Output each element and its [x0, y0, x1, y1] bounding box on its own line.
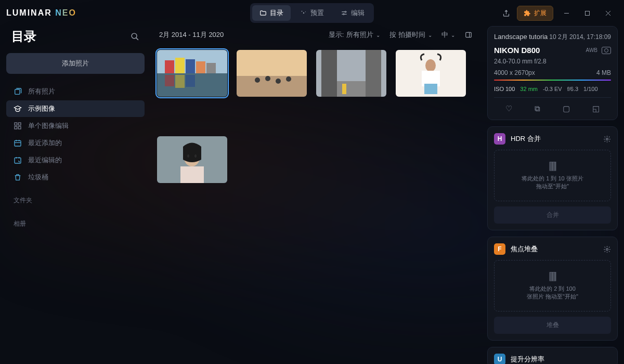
favorite-button[interactable]: ♡: [505, 104, 512, 113]
photo-thumbnail[interactable]: [157, 50, 227, 97]
folder-icon: [259, 9, 267, 17]
focal-length: 32 mm: [520, 86, 538, 92]
hdr-icon: H: [494, 133, 505, 145]
svg-point-42: [187, 154, 189, 158]
svg-rect-44: [180, 166, 204, 183]
maximize-icon: [584, 10, 590, 16]
nav-trash[interactable]: 垃圾桶: [6, 169, 145, 186]
svg-rect-35: [342, 84, 346, 94]
share-button[interactable]: [498, 5, 515, 21]
rotate-button[interactable]: ◱: [592, 104, 600, 113]
lens-info: 24.0-70.0 mm f/2.8: [494, 58, 611, 65]
images-icon: 🀫: [500, 161, 605, 172]
filename: Landscape tutoria: [494, 33, 548, 41]
svg-point-30: [286, 76, 291, 82]
tab-presets[interactable]: 预置: [293, 5, 331, 21]
svg-point-46: [606, 248, 608, 250]
svg-rect-8: [15, 123, 17, 125]
focus-stack-panel: F 焦点堆叠 🀫 将此处的 2 到 100 张照片 拖动至"开始" 堆叠: [487, 237, 618, 341]
svg-rect-20: [196, 61, 205, 73]
photo-thumbnail[interactable]: [396, 50, 466, 97]
nav-recent-added[interactable]: 最近添加的: [6, 135, 145, 151]
nav-all-photos[interactable]: 所有照片: [6, 83, 145, 100]
camera-model: NIKON D800: [494, 46, 540, 55]
graduation-icon: [14, 105, 22, 113]
minimize-button[interactable]: [557, 5, 576, 21]
photo-thumbnail[interactable]: [157, 136, 227, 183]
focus-icon: F: [494, 243, 505, 255]
svg-rect-19: [186, 59, 195, 73]
chevron-down-icon: ⌄: [428, 32, 432, 38]
svg-rect-39: [424, 84, 437, 94]
svg-point-1: [303, 12, 304, 14]
nav-sample-images[interactable]: 示例图像: [6, 100, 145, 117]
albums-section-label: 相册: [6, 209, 145, 232]
folders-section-label: 文件夹: [6, 186, 145, 209]
focus-stack-button[interactable]: 堆叠: [494, 317, 611, 334]
stack-icon: [14, 87, 22, 96]
images-icon: 🀫: [500, 271, 605, 282]
svg-rect-25: [237, 50, 307, 76]
svg-rect-24: [186, 75, 195, 87]
histogram-bar: [494, 80, 611, 81]
svg-rect-5: [586, 11, 590, 15]
share-icon: [502, 9, 510, 17]
camera-icon: [602, 47, 611, 54]
crop-button[interactable]: ▢: [563, 104, 570, 113]
sliders-icon: [341, 9, 348, 17]
hdr-merge-panel: H HDR 合并 🀫 将此处的 1 到 10 张照片 拖动至"开始" 合并: [487, 126, 618, 230]
sparkle-icon: [300, 9, 307, 17]
clock-edit-icon: [14, 156, 22, 164]
gear-icon[interactable]: [603, 135, 611, 143]
panel-icon: [464, 31, 473, 38]
puzzle-icon: [524, 9, 531, 17]
photo-thumbnail[interactable]: [237, 50, 307, 97]
svg-rect-26: [237, 76, 307, 97]
close-button[interactable]: [599, 5, 618, 21]
chevron-down-icon: ⌄: [376, 32, 380, 38]
grid-icon: [14, 122, 22, 130]
datetime: 10 2月 2014, 17:18:09: [549, 33, 611, 42]
filesize: 4 MB: [596, 69, 611, 76]
tab-edit[interactable]: 编辑: [333, 5, 372, 21]
svg-point-27: [255, 77, 260, 83]
chevron-down-icon: ⌄: [451, 32, 455, 38]
clock-add-icon: [14, 139, 22, 147]
svg-rect-23: [175, 75, 185, 88]
photo-thumbnail[interactable]: [316, 50, 386, 97]
date-range: 2月 2014 - 11月 2020: [159, 30, 224, 40]
upscale-panel: U 提升分辨率: [487, 347, 618, 364]
svg-rect-21: [206, 63, 216, 73]
svg-point-28: [265, 76, 270, 81]
upscale-icon: U: [494, 354, 505, 364]
hdr-drop-zone[interactable]: 🀫 将此处的 1 到 10 张照片 拖动至"开始": [494, 150, 611, 201]
gear-icon[interactable]: [603, 245, 611, 253]
search-icon[interactable]: [131, 32, 139, 41]
svg-rect-12: [15, 140, 21, 146]
nav-single-edit[interactable]: 单个图像编辑: [6, 118, 145, 134]
view-mode-toggle[interactable]: [464, 31, 473, 38]
svg-rect-17: [165, 60, 174, 73]
thumbnail-size[interactable]: 中 ⌄: [441, 30, 455, 40]
iso: ISO 100: [494, 86, 515, 92]
svg-rect-22: [165, 75, 174, 86]
svg-point-29: [276, 79, 281, 84]
svg-rect-11: [18, 126, 21, 129]
svg-rect-10: [15, 126, 17, 129]
sort-dropdown[interactable]: 按 拍摄时间 ⌄: [389, 30, 432, 40]
svg-point-4: [343, 14, 344, 15]
hdr-merge-button[interactable]: 合并: [494, 206, 611, 224]
maximize-button[interactable]: [578, 5, 597, 21]
svg-rect-14: [466, 32, 472, 37]
nav-recent-edited[interactable]: 最近编辑的: [6, 152, 145, 168]
extensions-button[interactable]: 扩展: [517, 6, 553, 21]
aperture: f/6.3: [567, 86, 578, 92]
svg-rect-33: [366, 50, 381, 97]
focus-drop-zone[interactable]: 🀫 将此处的 2 到 100 张照片 拖动至"开始": [494, 260, 611, 311]
show-filter[interactable]: 显示: 所有照片 ⌄: [329, 30, 381, 40]
tab-catalog[interactable]: 目录: [252, 5, 291, 21]
copy-button[interactable]: ⧉: [535, 104, 540, 113]
svg-rect-34: [337, 81, 366, 97]
page-title: 目录: [11, 28, 36, 45]
add-photos-button[interactable]: 添加照片: [6, 53, 145, 74]
